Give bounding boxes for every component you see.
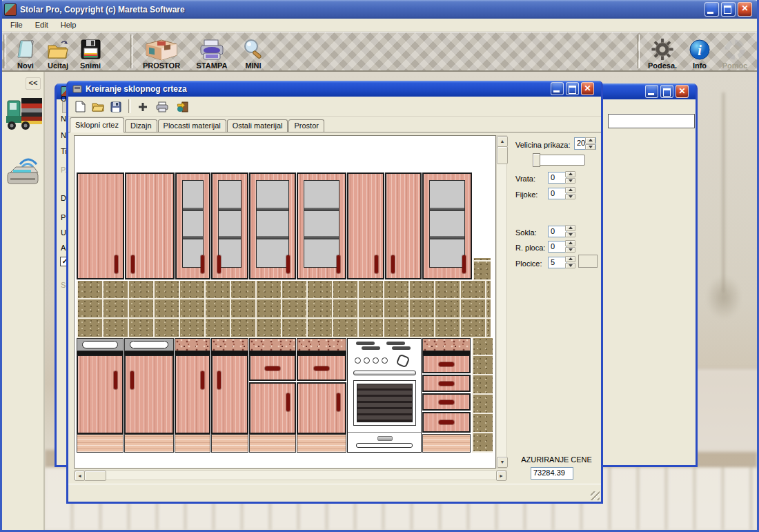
maximize-button[interactable] (721, 2, 736, 17)
dialog-close-button[interactable]: ✕ (581, 82, 594, 95)
plocice-input[interactable]: 5 (548, 257, 567, 268)
vrata-label: Vrata: (515, 175, 535, 183)
glass-divider (257, 236, 288, 239)
tab-dizajn[interactable]: Dizajn (125, 119, 157, 132)
fijoke-label: Fijoke: (515, 190, 538, 199)
dlg-new-button[interactable] (72, 99, 88, 115)
fijoke-spinner[interactable] (565, 187, 575, 199)
plocice-spinner[interactable] (565, 256, 575, 268)
rploca-input[interactable]: 0 (548, 241, 567, 253)
base-cabinet-door (211, 355, 248, 434)
dlg-open-button[interactable] (90, 99, 106, 115)
horizontal-scrollbar[interactable]: ◄ ► (74, 470, 507, 480)
door-handle (337, 393, 340, 411)
bg-close-button[interactable]: ✕ (676, 85, 689, 98)
sidebar-collapse-button[interactable]: << (26, 77, 41, 90)
stampa-button[interactable]: STAMPA (191, 35, 233, 70)
bg-maximize-button[interactable] (660, 85, 673, 98)
truck-icon[interactable] (5, 92, 43, 135)
new-document-icon (14, 39, 37, 61)
plocice-extra-box[interactable] (578, 255, 598, 268)
dialog-client: Sklopni crtez Dizajn Plocasti materijal … (68, 97, 601, 502)
scroll-up-arrow[interactable]: ▲ (497, 136, 508, 147)
glass-divider (183, 208, 203, 211)
velicina-spinner[interactable] (585, 137, 595, 150)
glass-divider (219, 208, 241, 211)
upper-cabinet-door (385, 173, 422, 279)
drawer-handle (439, 400, 454, 404)
resize-grip[interactable] (591, 491, 600, 500)
scroll-down-arrow[interactable]: ▼ (497, 457, 508, 468)
menu-help[interactable]: Help (55, 19, 82, 30)
dlg-print-button[interactable] (154, 99, 170, 115)
plinth (422, 434, 471, 453)
upper-cabinet-door (125, 173, 175, 279)
ucitaj-button[interactable]: Ucitaj (42, 35, 74, 70)
chandelier-chain (722, 92, 724, 293)
tab-sklopni-crtez[interactable]: Sklopni crtez (70, 117, 124, 132)
glass-divider (257, 208, 288, 211)
sink-bowl (130, 341, 168, 348)
upper-cabinet-door (249, 173, 296, 279)
vrata-input[interactable]: 0 (548, 172, 567, 184)
sink-counter (124, 338, 174, 351)
main-window: Stolar Pro, Copyright (c) Maretta Softwa… (0, 0, 759, 532)
drawing-canvas[interactable] (74, 135, 496, 469)
door-handle (337, 255, 340, 273)
info-icon: i (689, 39, 711, 61)
main-titlebar: Stolar Pro, Copyright (c) Maretta Softwa… (0, 0, 759, 19)
podesa-button[interactable]: Podesa. (644, 35, 681, 70)
close-button[interactable]: ✕ (738, 2, 752, 17)
mini-button[interactable]: MINI (237, 35, 270, 70)
door-handle (286, 393, 290, 411)
cena-value-box[interactable]: 73284.39 (531, 467, 573, 480)
snimi-button[interactable]: Snimi (75, 35, 106, 70)
minimize-button[interactable] (704, 2, 719, 17)
door-handle (131, 255, 135, 273)
sokla-spinner[interactable] (565, 225, 575, 237)
stove-drawer-bar (356, 443, 413, 448)
base-cabinet-door (124, 355, 174, 434)
dlg-add-button[interactable] (135, 99, 150, 115)
chandelier (706, 275, 742, 319)
tab-ostali-materijal[interactable]: Ostali materijal (227, 119, 288, 132)
print-icon (156, 101, 168, 112)
menu-edit[interactable]: Edit (30, 19, 54, 30)
stove-burner (362, 346, 380, 350)
bg-minimize-button[interactable] (645, 85, 658, 98)
tab-plocasti-materijal[interactable]: Plocasti materijal (158, 119, 226, 132)
dlg-exit-button[interactable] (174, 99, 190, 115)
scanner-icon[interactable] (6, 152, 42, 195)
vertical-scrollbar[interactable]: ▲ ▼ (496, 135, 507, 469)
dialog-minimize-button[interactable] (551, 82, 564, 95)
stove-drawer-pull (377, 436, 393, 441)
vrata-spinner[interactable] (565, 171, 575, 184)
glass-divider (304, 208, 339, 211)
pomoc-button[interactable]: Pomoc (717, 35, 753, 70)
hscroll-thumb[interactable] (84, 471, 106, 481)
azuriranje-cene-button[interactable]: AZURIRANJE CENE (513, 455, 600, 464)
prostor-button[interactable]: PROSTOR (139, 35, 184, 70)
scroll-left-arrow[interactable]: ◄ (75, 471, 85, 481)
fijoke-input[interactable]: 0 (548, 188, 567, 199)
bg-window-text-field[interactable] (608, 114, 695, 128)
vscroll-thumb[interactable] (497, 146, 508, 164)
scroll-right-arrow[interactable]: ► (496, 471, 506, 481)
menu-file[interactable]: File (5, 19, 28, 30)
dlg-save-button[interactable] (108, 99, 124, 115)
sokla-input[interactable]: 0 (548, 226, 567, 237)
app-icon (4, 3, 17, 16)
upper-cabinet-door (175, 173, 210, 279)
upper-cabinet-door (347, 173, 384, 279)
info-button[interactable]: i Info (687, 35, 713, 70)
save-icon (110, 101, 121, 112)
zoom-slider-thumb[interactable] (533, 153, 540, 167)
rploca-spinner[interactable] (565, 240, 575, 253)
exit-door-icon (176, 101, 188, 112)
novi-button[interactable]: Novi (10, 35, 41, 70)
dialog-maximize-button[interactable] (566, 82, 579, 95)
tab-prostor[interactable]: Prostor (288, 119, 324, 132)
door-handle (114, 371, 117, 389)
door-handle (375, 255, 378, 273)
zoom-slider-track[interactable] (538, 155, 585, 166)
